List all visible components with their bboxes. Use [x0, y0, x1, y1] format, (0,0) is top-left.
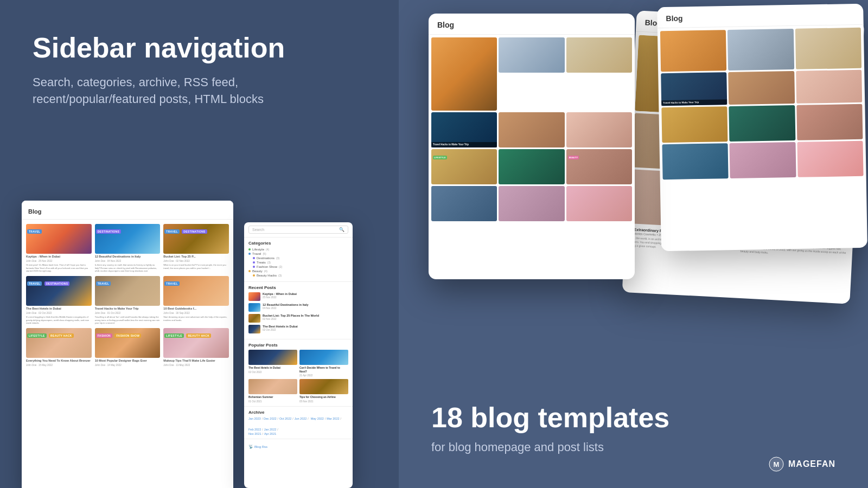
blog-card-title: Blog	[28, 208, 41, 215]
category-beauty-hacks[interactable]: Beauty Hacks (3)	[248, 274, 348, 277]
post-title: Kaytips : When in Dubai	[26, 255, 92, 259]
popular-posts-title: Popular Posts	[248, 343, 348, 348]
recent-post-title: 12 Beautiful Destinations in Italy	[263, 303, 348, 307]
bottom-text-area: 18 blog templates for blog homepage and …	[431, 402, 835, 455]
post-title: Travel Hacks to Make Your Trip	[95, 307, 161, 311]
tablet-main-cell: BEAUTY	[566, 149, 632, 184]
tt-cell	[727, 29, 794, 70]
post-excerpt: What is on your travel bucket list? For …	[163, 264, 229, 269]
post-image-makeup: LIFESTYLE BEAUTY HACK	[163, 328, 229, 358]
recent-post-item[interactable]: Kaytips : When in Dubai 25 Nov 2022	[248, 292, 348, 301]
cell-tag: LIFESTYLE	[433, 156, 447, 159]
popular-title: The Best Hotels in Dubai	[248, 366, 297, 370]
category-name: Beauty Hacks	[257, 274, 277, 277]
post-author-date: John Doe · 14 May 2022	[95, 364, 161, 367]
tablet-main-cell: LIFESTYLE	[431, 149, 497, 184]
post-author-date: John Doe · 02 Oct 2022	[26, 312, 92, 314]
category-fashion-show[interactable]: Fashion Show (2)	[248, 265, 348, 268]
post-tag: FASHION SHOW	[114, 333, 141, 338]
recent-post-item[interactable]: 12 Beautiful Destinations in Italy 04 No…	[248, 303, 348, 312]
category-name: Fashion Show	[257, 265, 277, 268]
tablet-top-grid: Travel Hacks to Make Your Trip	[658, 25, 866, 183]
post-tag-destinations: DESTINATIONS	[182, 229, 207, 234]
post-item: TRAVEL DESTINATIONS The Best Hotels in D…	[26, 276, 92, 325]
category-count: (2)	[279, 265, 282, 268]
popular-item[interactable]: Tips for Choosing an Airline 05 Nov 2021	[299, 379, 348, 403]
recent-post-title: Bucket List: Top 25 Places In The World	[263, 314, 348, 318]
category-destinations[interactable]: Destinations (3)	[248, 256, 348, 260]
post-image-italy: DESTINATIONS	[95, 224, 161, 254]
magefan-name: MAGEFAN	[788, 459, 835, 469]
post-title: Bucket List: Top 25 P...	[163, 255, 229, 259]
tt-cell	[795, 28, 861, 69]
recent-post-item[interactable]: The Best Hotels in Dubai 02 Oct 2022	[248, 325, 348, 333]
popular-item[interactable]: Can't Decide Where to Travel to Next? 21…	[299, 350, 348, 377]
category-lifestyle[interactable]: Lifestyle (4)	[248, 248, 348, 251]
category-dot	[253, 266, 255, 268]
archive-link[interactable]: Jun 2022	[295, 417, 307, 427]
popular-item[interactable]: Bohemian Summer 01 Oct 2021	[248, 379, 297, 403]
sidebar-recent-posts: Recent Posts Kaytips : When in Dubai 25 …	[244, 282, 353, 339]
category-count: (4)	[264, 269, 267, 273]
tt-overlay-text: Travel Hacks to Make Your Trip	[663, 100, 725, 105]
tt-cell	[797, 141, 863, 177]
tablet-main: Blog Travel Hacks to Make Your Trip LIFE…	[429, 14, 635, 279]
post-image-bronzer: LIFESTYLE BEAUTY HACK	[26, 328, 92, 358]
tablet-main-cell: Travel Hacks to Make Your Trip	[431, 112, 497, 147]
archive-link[interactable]: Apr 2021	[264, 432, 276, 435]
post-title: 10 Most Popular Designer Bags Ever	[95, 359, 161, 363]
post-item: LIFESTYLE BEAUTY HACK Everything You Nee…	[26, 328, 92, 367]
tt-cell	[661, 106, 727, 143]
tablet-top: Blog Travel Hacks to Make Your Trip	[657, 4, 867, 252]
post-tag: TRAVEL	[164, 281, 179, 286]
search-icon: 🔍	[339, 227, 344, 232]
tablet-main-cell	[566, 112, 632, 147]
sidebar-search-area: Search 🔍	[244, 222, 353, 237]
post-tag: DESTINATIONS	[96, 229, 121, 234]
post-tag: BEAUTY HACK	[49, 333, 74, 338]
post-excerpt: Is there any country on earth that wears…	[95, 264, 161, 273]
tablet-main-cell	[431, 186, 497, 221]
recent-post-title: Kaytips : When in Dubai	[263, 292, 348, 296]
archive-link[interactable]: May 2022	[311, 417, 324, 427]
archive-link[interactable]: Jan 2023	[248, 417, 261, 427]
archive-link[interactable]: Oct 2022	[279, 417, 291, 427]
recent-post-item[interactable]: Bucket List: Top 25 Places In The World …	[248, 314, 348, 323]
post-title: 10 Best Guidebooks f...	[163, 307, 229, 311]
sidebar-rss: 📡 Blog Rss	[244, 439, 353, 452]
archive-link[interactable]: Nov 2021	[248, 432, 261, 435]
categories-title: Categories	[248, 241, 348, 246]
post-grid-row1: TRAVEL Kaytips : When in Dubai John Doe …	[26, 224, 229, 273]
post-tag: TRAVEL	[27, 281, 42, 286]
recent-post-title: The Best Hotels in Dubai	[263, 325, 348, 329]
recent-post-date: 04 Nov 2022	[263, 307, 348, 310]
main-headline: Sidebar navigation	[33, 33, 366, 63]
archive-link[interactable]: Mar 2022	[327, 417, 339, 427]
search-box[interactable]: Search 🔍	[248, 226, 348, 234]
post-image-guidebooks: TRAVEL	[163, 276, 229, 306]
tt-cell	[660, 30, 727, 72]
rss-icon: 📡	[248, 445, 253, 449]
archive-link[interactable]: Jan 2022	[264, 428, 277, 431]
rss-link[interactable]: 📡 Blog Rss	[248, 445, 348, 449]
category-count: (3)	[278, 274, 282, 277]
post-tag: DESTINATIONS	[44, 281, 69, 286]
archive-link[interactable]: Feb 2022	[248, 428, 261, 431]
category-name: Beauty	[252, 269, 263, 273]
post-item: TRAVEL Travel Hacks to Make Your Trip Jo…	[95, 276, 161, 325]
category-beauty[interactable]: Beauty (4)	[248, 269, 348, 273]
post-title: 12 Beautiful Destinations in Italy	[95, 255, 161, 259]
tablet-main-title: Blog	[437, 21, 454, 29]
popular-img	[299, 350, 348, 365]
archive-link[interactable]: Dec 2022	[264, 417, 277, 427]
cell-tag: BEAUTY	[568, 156, 579, 159]
popular-item[interactable]: The Best Hotels in Dubai 02 Oct 2022	[248, 350, 297, 377]
svg-text:M: M	[774, 460, 780, 468]
category-travel[interactable]: Travel (5)	[248, 252, 348, 255]
post-image-bucket: TRAVEL DESTINATIONS	[163, 224, 229, 254]
tm-overlay: Travel Hacks to Make Your Trip	[431, 142, 497, 147]
recent-posts-title: Recent Posts	[248, 285, 348, 290]
post-item: LIFESTYLE BEAUTY HACK Makeup Tips That'l…	[163, 328, 229, 367]
category-count: (3)	[276, 256, 279, 260]
category-treats[interactable]: Treats (3)	[248, 261, 348, 264]
